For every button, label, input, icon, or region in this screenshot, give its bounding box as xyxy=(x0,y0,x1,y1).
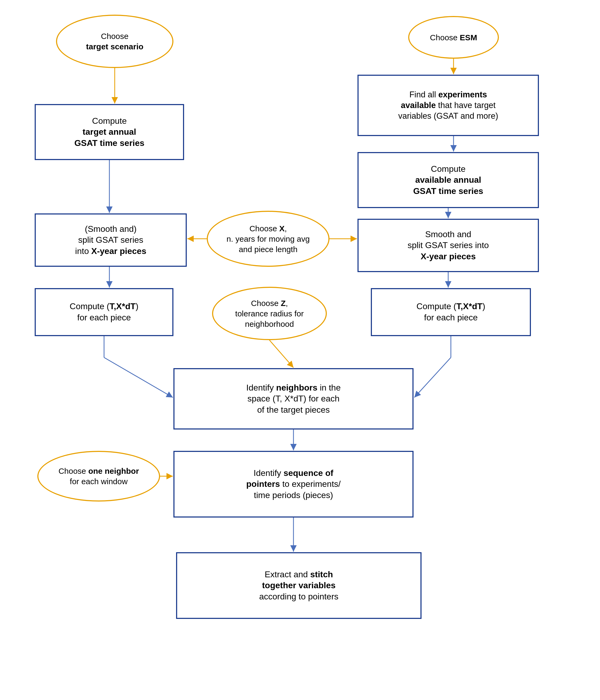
choose-target-node: Choosetarget scenario xyxy=(56,15,173,68)
choose-target-label: target scenario xyxy=(86,42,143,51)
compute-txdt-left-node: Compute (T,X*dT)for each piece xyxy=(35,288,173,336)
compute-txdt-right-node: Compute (T,X*dT)for each piece xyxy=(371,288,531,336)
smooth-split-available-node: Smooth andsplit GSAT series intoX-year p… xyxy=(357,219,539,272)
choose-esm-node: Choose ESM xyxy=(408,16,499,59)
choose-one-neighbor-node: Choose one neighborfor each window xyxy=(38,451,160,502)
extract-stitch-node: Extract and stitchtogether variablesacco… xyxy=(176,552,422,619)
choose-z-node: Choose Z,tolerance radius forneighborhoo… xyxy=(212,287,327,340)
svg-line-10 xyxy=(104,357,173,398)
choose-x-node: Choose X,n. years for moving avgand piec… xyxy=(207,211,329,267)
compute-available-gsat-node: Computeavailable annualGSAT time series xyxy=(357,152,539,208)
find-experiments-node: Find all experimentsavailable that have … xyxy=(357,75,539,136)
smooth-split-target-node: (Smooth and)split GSAT seriesinto X-year… xyxy=(35,214,187,267)
choose-esm-label: ESM xyxy=(460,33,477,42)
svg-line-11 xyxy=(270,340,294,368)
compute-target-gsat-node: Computetarget annualGSAT time series xyxy=(35,104,184,160)
identify-sequence-node: Identify sequence ofpointers to experime… xyxy=(173,451,414,518)
svg-line-13 xyxy=(414,357,451,398)
flowchart: Choosetarget scenario Choose ESM Find al… xyxy=(0,0,600,700)
identify-neighbors-node: Identify neighbors in thespace (T, X*dT)… xyxy=(173,368,414,429)
